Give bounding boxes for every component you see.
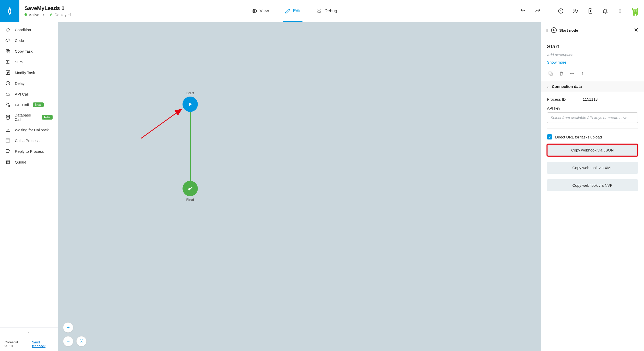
git-icon: [5, 102, 11, 107]
status-active[interactable]: Active ▼: [25, 13, 45, 17]
svg-point-17: [6, 103, 7, 104]
status-dot-icon: [25, 13, 27, 16]
sidebar-item-copy-task[interactable]: Copy Task: [0, 46, 58, 56]
feedback-link[interactable]: Send feedback: [32, 340, 53, 348]
canvas[interactable]: Start Final + −: [58, 22, 541, 351]
api-key-label: API key: [547, 106, 638, 110]
process-title[interactable]: SaveMyLeads 1: [25, 5, 71, 11]
sidebar-item-code[interactable]: Code: [0, 35, 58, 46]
svg-point-3: [574, 9, 576, 11]
header-tabs: View Edit Debug: [71, 0, 518, 22]
svg-point-18: [9, 106, 10, 107]
user-avatar[interactable]: [630, 5, 641, 17]
node-description[interactable]: Add description: [547, 53, 638, 57]
info-action-icon[interactable]: [580, 71, 585, 77]
checkbox-checked-icon[interactable]: ✔: [547, 134, 552, 139]
check-icon: [183, 181, 198, 196]
svg-point-6: [619, 10, 621, 11]
copy-webhook-nvp-button[interactable]: Copy webhook via NVP: [547, 179, 638, 191]
svg-point-5: [619, 9, 621, 10]
svg-point-7: [619, 12, 621, 13]
reply-icon: [5, 149, 11, 154]
more-button[interactable]: [615, 6, 625, 16]
copy-webhook-xml-button[interactable]: Copy webhook via XML: [547, 162, 638, 174]
diamond-icon: [5, 27, 11, 32]
clipboard-button[interactable]: [585, 6, 596, 16]
svg-point-24: [81, 341, 82, 342]
caret-down-icon: ▼: [42, 13, 45, 16]
api-key-input[interactable]: [547, 112, 638, 123]
cloud-icon: [5, 91, 11, 97]
notifications-button[interactable]: [600, 6, 610, 16]
play-icon: [183, 97, 198, 112]
start-node[interactable]: Start: [183, 91, 198, 112]
redo-button[interactable]: [533, 6, 543, 16]
svg-rect-20: [6, 139, 10, 142]
section-connection: Process ID 1151118 API key ✔ Direct URL …: [541, 92, 644, 197]
sidebar-item-database-call[interactable]: Database CallNew: [0, 110, 58, 124]
chevron-left-icon: ‹: [28, 330, 30, 334]
delete-action-icon[interactable]: [559, 71, 564, 77]
sidebar-item-sum[interactable]: Sum: [0, 56, 58, 67]
check-icon: ✔: [50, 12, 53, 17]
zoom-in-button[interactable]: +: [63, 322, 73, 333]
sidebar-item-api-call[interactable]: API Call: [0, 89, 58, 99]
zoom-out-button[interactable]: −: [63, 336, 73, 346]
header-left: SaveMyLeads 1 Active ▼ ✔ Deployed: [19, 0, 71, 22]
process-id-row: Process ID 1151118: [547, 97, 638, 101]
svg-line-23: [141, 109, 182, 138]
close-button[interactable]: ✕: [633, 26, 639, 34]
pencil-square-icon: [5, 70, 11, 75]
main: Condition Code Copy Task Sum Modify Task…: [0, 22, 644, 351]
svg-point-27: [582, 72, 583, 73]
sidebar-item-queue[interactable]: Queue: [0, 157, 58, 167]
svg-rect-21: [6, 149, 9, 153]
download-icon: [5, 127, 11, 132]
sidebar-item-call-process[interactable]: Call a Process: [0, 135, 58, 146]
fit-view-button[interactable]: [76, 336, 87, 346]
sidebar-item-modify-task[interactable]: Modify Task: [0, 67, 58, 78]
panel-header: ⠿⠿ Start node ✕: [541, 22, 644, 38]
sidebar-item-delay[interactable]: Delay: [0, 78, 58, 89]
clock-icon: [5, 81, 11, 86]
copy-action-icon[interactable]: [548, 71, 553, 77]
sidebar-item-condition[interactable]: Condition: [0, 24, 58, 35]
annotation-arrow: [140, 107, 186, 140]
tab-view[interactable]: View: [249, 0, 271, 22]
cut-action-icon[interactable]: [569, 71, 575, 77]
panel-title: Start node: [559, 28, 578, 32]
sidebar: Condition Code Copy Task Sum Modify Task…: [0, 22, 58, 351]
sidebar-collapse-button[interactable]: ‹: [0, 327, 58, 337]
right-panel: ⠿⠿ Start node ✕ Start Add description Sh…: [541, 22, 644, 351]
undo-button[interactable]: [518, 6, 528, 16]
svg-point-1: [318, 10, 320, 12]
svg-rect-22: [6, 160, 10, 161]
app-logo[interactable]: [0, 0, 19, 22]
sigma-icon: [5, 59, 11, 64]
sidebar-item-git-call[interactable]: GIT CallNew: [0, 99, 58, 110]
copy-webhook-json-button[interactable]: Copy webhook via JSON: [547, 144, 638, 156]
node-name[interactable]: Start: [547, 43, 638, 50]
show-more-link[interactable]: Show more: [547, 60, 638, 64]
add-user-button[interactable]: [570, 6, 581, 16]
tab-debug[interactable]: Debug: [314, 0, 339, 22]
chevron-down-icon: ⌄: [546, 85, 549, 88]
process-id-value: 1151118: [583, 97, 598, 101]
header: SaveMyLeads 1 Active ▼ ✔ Deployed View E…: [0, 0, 644, 22]
header-actions: [518, 0, 644, 22]
panel-body: Start Add description Show more: [541, 38, 644, 67]
canvas-controls: + −: [63, 322, 87, 346]
alert-button[interactable]: [556, 6, 566, 16]
svg-rect-15: [6, 71, 10, 75]
badge-new: New: [33, 102, 44, 107]
section-header-connection[interactable]: ⌄ Connection data: [541, 81, 644, 92]
database-icon: [5, 115, 10, 120]
sidebar-footer: Corezoid v5.10.0 Send feedback: [0, 337, 58, 351]
drag-handle-icon[interactable]: ⠿⠿: [545, 29, 548, 31]
sidebar-item-waiting-callback[interactable]: Waiting for Callback: [0, 124, 58, 135]
svg-point-19: [6, 115, 9, 116]
tab-edit[interactable]: Edit: [283, 0, 302, 22]
final-node[interactable]: Final: [183, 181, 198, 202]
sidebar-item-reply-process[interactable]: Reply to Process: [0, 146, 58, 157]
direct-url-row[interactable]: ✔ Direct URL for tasks upload: [547, 128, 638, 139]
